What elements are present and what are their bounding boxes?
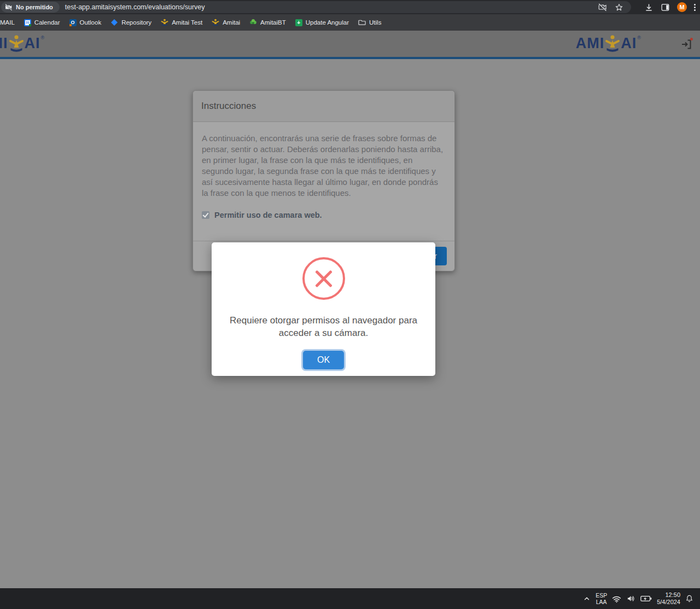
bookmark-update-angular[interactable]: Update Angular <box>295 19 349 26</box>
wifi-icon[interactable] <box>612 595 621 603</box>
permission-chip-label: No permitido <box>16 4 53 10</box>
screen: No permitido test-app.amitaisystem.com/e… <box>0 0 700 609</box>
tray-chevron-up-icon[interactable] <box>583 595 591 602</box>
amitai-logo-left: AMI AI ® <box>0 34 44 53</box>
bookmark-amitaibt[interactable]: AmitaiBT <box>249 19 286 26</box>
ok-button[interactable]: OK <box>303 351 344 369</box>
amitai-favicon <box>212 19 219 26</box>
logout-button[interactable] <box>680 38 692 50</box>
camera-blocked-page-action-icon[interactable] <box>598 3 607 11</box>
address-bar[interactable]: No permitido test-app.amitaisystem.com/e… <box>0 1 631 13</box>
bookmark-outlook[interactable]: Outlook <box>69 19 102 26</box>
table-plus-icon <box>295 19 302 26</box>
app-header: AMI AI ® AMI AI ® <box>0 31 700 59</box>
modal-message: Requiere otorgar permisos al navegador p… <box>226 314 421 339</box>
bookmark-mail[interactable]: MAIL <box>0 19 15 26</box>
avatar-initial: M <box>679 4 684 10</box>
amitai-figure-icon <box>9 34 24 53</box>
webcam-permission-checkbox[interactable] <box>202 211 209 219</box>
amitai-favicon <box>161 19 168 26</box>
permission-chip[interactable]: No permitido <box>1 2 60 13</box>
bookmark-calendar[interactable]: Calendar <box>24 19 60 26</box>
camera-blocked-icon <box>5 3 13 11</box>
calendar-icon <box>24 19 31 26</box>
volume-icon[interactable] <box>626 594 635 603</box>
webcam-permission-label: Permitir uso de camara web. <box>214 211 322 219</box>
language-indicator[interactable]: ESP LAA <box>596 592 607 605</box>
url-text: test-app.amitaisystem.com/evaluations/su… <box>65 3 205 11</box>
profile-avatar[interactable]: M <box>677 2 687 12</box>
error-x-icon <box>302 257 345 300</box>
bookmark-amitai-test[interactable]: Amitai Test <box>161 19 202 26</box>
bookmark-amitai[interactable]: Amitai <box>212 19 240 26</box>
card-body-text: A continuación, encontrarás una serie de… <box>193 122 454 199</box>
download-icon[interactable] <box>644 3 654 12</box>
browser-menu-icon[interactable] <box>694 4 696 11</box>
plant-icon <box>249 19 257 26</box>
folder-icon <box>358 19 366 26</box>
card-title: Instrucciones <box>193 91 454 122</box>
browser-toolbar: No permitido test-app.amitaisystem.com/e… <box>0 0 700 14</box>
camera-permission-modal: Requiere otorgar permisos al navegador p… <box>212 242 435 376</box>
amitai-figure-icon <box>605 34 620 53</box>
battery-icon[interactable] <box>640 595 652 602</box>
taskbar-clock[interactable]: 12:50 5/4/2024 <box>657 591 680 606</box>
amitai-logo-right: AMI AI ® <box>576 34 641 53</box>
taskbar: ESP LAA 12:50 5/4/2024 <box>0 588 700 609</box>
bookmark-repository[interactable]: Repository <box>110 19 151 26</box>
notification-dot <box>690 38 693 40</box>
outlook-icon <box>69 19 77 26</box>
bookmark-utils-folder[interactable]: Utils <box>358 19 381 26</box>
bookmarks-bar: MAIL Calendar Outlook Repository Amitai … <box>0 14 700 31</box>
notifications-bell-icon[interactable] <box>685 594 693 603</box>
side-panel-icon[interactable] <box>661 3 670 12</box>
repository-icon <box>110 19 118 26</box>
bookmark-star-icon[interactable] <box>615 3 623 11</box>
